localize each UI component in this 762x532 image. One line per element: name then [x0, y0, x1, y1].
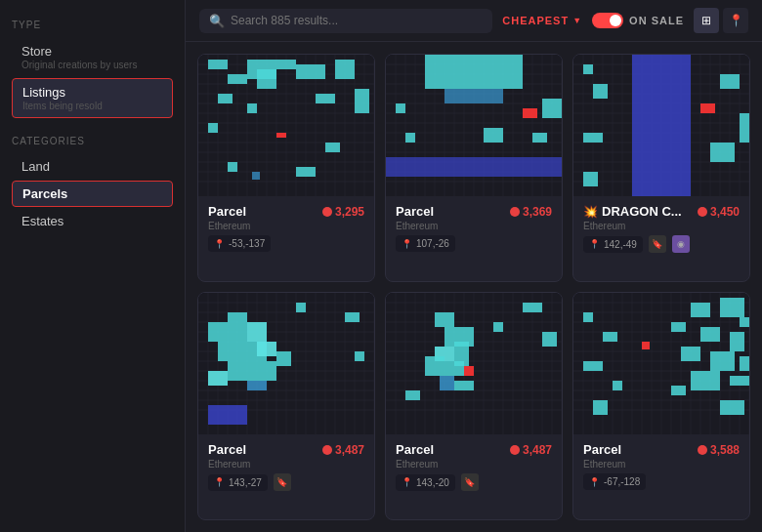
svg-rect-172: [267, 361, 276, 381]
card-1[interactable]: Parcel 3,295 Ethereum 📍 -53,-137: [197, 54, 375, 282]
card-6-chain: Ethereum: [583, 459, 740, 470]
pin-icon: 📍: [402, 239, 412, 249]
svg-rect-221: [405, 390, 420, 400]
card-5-title: Parcel: [396, 442, 434, 457]
card-2-image: [386, 55, 562, 196]
card-6[interactable]: Parcel 3,588 Ethereum 📍 -67,-128: [572, 292, 750, 520]
on-sale-label: ON SALE: [629, 15, 684, 26]
toggle-switch[interactable]: [592, 13, 623, 28]
svg-rect-265: [720, 400, 744, 415]
card-5-bottom: 📍 143,-20 🔖: [396, 473, 552, 491]
svg-rect-45: [276, 133, 286, 138]
svg-rect-258: [730, 332, 744, 351]
svg-rect-253: [691, 303, 710, 317]
card-3-badge-bookmark: 🔖: [649, 235, 666, 253]
card-4-image: [198, 293, 374, 434]
card-1-image: [198, 55, 374, 196]
svg-rect-173: [276, 351, 291, 366]
card-3-bottom: 📍 142,-49 🔖 ◉: [583, 235, 740, 253]
svg-rect-259: [681, 347, 700, 361]
svg-rect-216: [440, 376, 454, 390]
card-6-bottom: 📍 -67,-128: [583, 473, 740, 490]
svg-rect-86: [523, 108, 537, 118]
card-3[interactable]: 💥 DRAGON C... 3,450 Ethereum 📍 142,-49 🔖: [572, 54, 750, 282]
card-1-chain: Ethereum: [208, 221, 364, 231]
svg-rect-90: [532, 133, 547, 143]
sidebar-item-store[interactable]: Store Original creations by users: [12, 38, 173, 76]
svg-rect-129: [583, 133, 603, 143]
card-4[interactable]: Parcel 3,487 Ethereum 📍 143,-27 🔖: [197, 292, 375, 520]
card-3-price: 3,450: [698, 205, 740, 219]
view-grid-button[interactable]: ⊞: [694, 8, 719, 33]
card-5[interactable]: Parcel 3,487 Ethereum 📍 143,-20 🔖: [385, 292, 563, 520]
svg-rect-44: [208, 123, 218, 133]
svg-rect-177: [355, 351, 364, 361]
card-4-price: 3,487: [322, 443, 364, 457]
cards-grid: Parcel 3,295 Ethereum 📍 -53,-137: [186, 42, 762, 532]
mana-icon: [510, 207, 520, 217]
card-2-chain: Ethereum: [396, 221, 552, 231]
card-2-coords: 📍 107,-26: [396, 235, 455, 252]
card-4-coords: 📍 143,-27: [208, 474, 268, 491]
card-2-info: Parcel 3,369 Ethereum 📍 107,-26: [386, 196, 562, 260]
svg-rect-261: [740, 356, 749, 371]
svg-rect-49: [252, 172, 260, 180]
sidebar-item-estates[interactable]: Estates: [12, 209, 173, 233]
svg-rect-266: [583, 312, 593, 322]
main-content: 🔍 cheapEST ▼ ON SALE ⊞ 📍: [186, 0, 762, 532]
card-3-image: [573, 55, 749, 196]
sidebar-listings-subtitle: Items being resold: [22, 101, 162, 111]
svg-rect-42: [316, 94, 335, 103]
svg-rect-271: [642, 342, 650, 349]
svg-rect-36: [228, 74, 247, 84]
view-map-button[interactable]: 📍: [723, 8, 748, 33]
svg-rect-164: [228, 312, 247, 342]
svg-rect-128: [740, 113, 749, 143]
sidebar-item-parcels[interactable]: Parcels: [12, 181, 173, 207]
grid-icon: ⊞: [701, 14, 711, 27]
card-2-price: 3,369: [510, 205, 552, 219]
svg-rect-127: [700, 103, 715, 113]
search-icon: 🔍: [209, 14, 225, 28]
svg-rect-170: [247, 381, 267, 390]
svg-rect-209: [435, 312, 454, 327]
card-6-price: 3,588: [698, 443, 740, 457]
card-6-info: Parcel 3,588 Ethereum 📍 -67,-128: [573, 434, 749, 498]
sidebar-item-land[interactable]: Land: [12, 154, 173, 179]
svg-rect-35: [276, 60, 296, 69]
sidebar-item-listings[interactable]: Listings Items being resold: [12, 78, 173, 118]
sidebar-listings-title: Listings: [22, 85, 162, 100]
card-5-title-row: Parcel 3,487: [396, 442, 552, 457]
on-sale-toggle[interactable]: ON SALE: [592, 13, 684, 28]
svg-rect-270: [593, 400, 608, 415]
card-3-badge-purple: ◉: [672, 235, 690, 253]
type-section-label: TYPE: [12, 20, 173, 30]
view-buttons: ⊞ 📍: [694, 8, 748, 33]
card-6-title-row: Parcel 3,588: [583, 442, 740, 457]
svg-rect-171: [208, 371, 228, 386]
svg-rect-267: [603, 332, 617, 342]
card-5-coords: 📍 143,-20: [396, 474, 455, 491]
svg-rect-125: [593, 84, 608, 99]
svg-rect-168: [257, 342, 276, 356]
card-1-price: 3,295: [322, 205, 364, 219]
card-4-title-row: Parcel 3,487: [208, 442, 364, 457]
sort-button[interactable]: cheapEST ▼: [502, 15, 582, 26]
svg-rect-213: [444, 361, 464, 376]
card-5-price: 3,487: [510, 443, 552, 457]
card-2[interactable]: Parcel 3,369 Ethereum 📍 107,-26: [385, 54, 563, 282]
card-3-info: 💥 DRAGON C... 3,450 Ethereum 📍 142,-49 🔖: [573, 196, 749, 261]
svg-rect-165: [247, 322, 267, 342]
toggle-knob: [610, 15, 621, 26]
svg-rect-87: [542, 99, 562, 118]
mana-icon: [698, 445, 707, 455]
search-input[interactable]: [231, 14, 387, 27]
svg-rect-40: [218, 94, 233, 103]
svg-rect-47: [228, 162, 237, 172]
card-4-badge-bookmark: 🔖: [274, 473, 291, 491]
svg-rect-169: [228, 361, 267, 381]
pin-icon: 📍: [402, 477, 412, 487]
search-bar[interactable]: 🔍: [199, 9, 492, 33]
svg-rect-214: [425, 356, 444, 376]
svg-rect-48: [296, 167, 316, 177]
